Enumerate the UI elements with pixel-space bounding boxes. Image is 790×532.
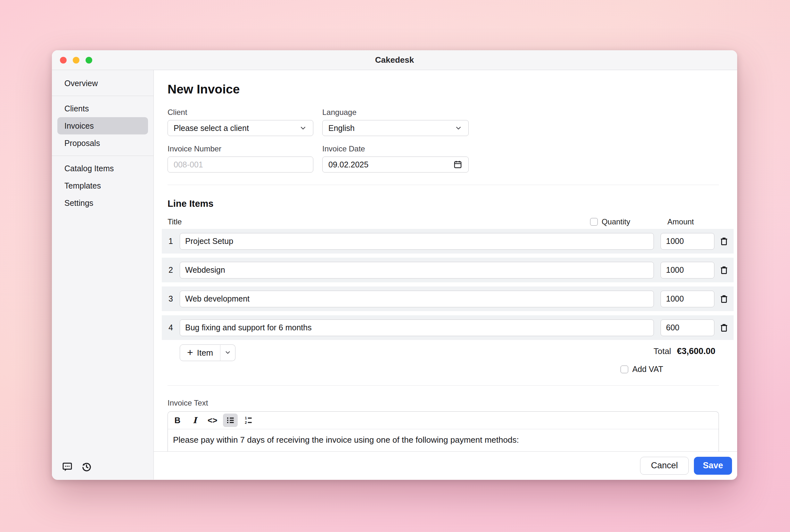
save-button[interactable]: Save bbox=[694, 457, 732, 475]
item-amount-input[interactable] bbox=[661, 291, 714, 307]
add-item-split-button: + Item bbox=[180, 344, 236, 361]
line-items-column-header: Title Quantity Amount bbox=[168, 217, 719, 226]
add-item-button[interactable]: + Item bbox=[180, 344, 220, 361]
client-select[interactable]: Please select a client bbox=[168, 120, 313, 136]
add-vat-label: Add VAT bbox=[632, 365, 663, 374]
sidebar-item-proposals[interactable]: Proposals bbox=[57, 134, 148, 152]
chevron-down-icon bbox=[224, 348, 232, 357]
invoice-number-label: Invoice Number bbox=[168, 144, 313, 153]
client-select-value: Please select a client bbox=[173, 124, 249, 133]
sidebar-item-label: Catalog Items bbox=[65, 164, 114, 173]
sidebar-item-label: Clients bbox=[65, 104, 89, 113]
sidebar-item-overview[interactable]: Overview bbox=[57, 75, 148, 92]
item-title-input[interactable] bbox=[180, 233, 654, 250]
code-button[interactable]: <> bbox=[205, 414, 220, 427]
zoom-window-button[interactable] bbox=[86, 57, 92, 63]
title-column-label: Title bbox=[168, 217, 182, 226]
item-amount-input[interactable] bbox=[661, 320, 714, 336]
line-items-list: 1 2 bbox=[162, 229, 734, 340]
sidebar-item-clients[interactable]: Clients bbox=[57, 100, 148, 117]
minimize-window-button[interactable] bbox=[73, 57, 79, 63]
bold-button[interactable]: B bbox=[170, 414, 185, 427]
sidebar-divider bbox=[52, 96, 153, 96]
invoice-date-value: 09.02.2025 bbox=[328, 160, 368, 169]
total-value: €3,600.00 bbox=[677, 346, 715, 356]
divider bbox=[168, 385, 719, 386]
italic-button[interactable]: I bbox=[188, 414, 202, 427]
add-item-label: Item bbox=[197, 348, 213, 358]
history-icon[interactable] bbox=[81, 461, 92, 473]
sidebar-item-templates[interactable]: Templates bbox=[57, 177, 148, 194]
line-item-row: 3 bbox=[162, 286, 734, 311]
trash-icon bbox=[719, 265, 729, 275]
feedback-chat-icon[interactable] bbox=[61, 461, 73, 473]
invoice-editor-panel: New Invoice Client Please select a clien… bbox=[154, 70, 737, 479]
sidebar-item-label: Settings bbox=[65, 198, 93, 208]
row-index: 2 bbox=[162, 265, 180, 274]
item-amount-input[interactable] bbox=[661, 233, 714, 250]
svg-text:1: 1 bbox=[245, 416, 247, 420]
row-index: 3 bbox=[162, 294, 180, 303]
trash-icon bbox=[719, 236, 729, 246]
amount-column-label: Amount bbox=[667, 217, 694, 226]
row-index: 4 bbox=[162, 323, 180, 332]
close-window-button[interactable] bbox=[60, 57, 67, 63]
line-items-heading: Line Items bbox=[168, 198, 719, 209]
divider bbox=[168, 185, 719, 185]
sidebar-item-catalog-items[interactable]: Catalog Items bbox=[57, 160, 148, 177]
item-amount-input[interactable] bbox=[661, 262, 714, 279]
traffic-lights bbox=[60, 57, 92, 63]
window-title: Cakedesk bbox=[375, 55, 414, 65]
plus-icon: + bbox=[187, 347, 193, 358]
chevron-down-icon bbox=[299, 124, 307, 132]
line-item-row: 1 bbox=[162, 229, 734, 253]
language-label: Language bbox=[322, 108, 469, 117]
item-title-input[interactable] bbox=[180, 320, 654, 336]
quantity-column-label: Quantity bbox=[602, 217, 630, 226]
sidebar: Overview Clients Invoices Proposals Cata… bbox=[52, 70, 154, 479]
language-select-value: English bbox=[328, 124, 355, 133]
sidebar-item-label: Overview bbox=[65, 79, 98, 88]
client-label: Client bbox=[168, 108, 313, 117]
sidebar-footer bbox=[61, 461, 92, 473]
invoice-date-label: Invoice Date bbox=[322, 144, 469, 153]
delete-item-button[interactable] bbox=[714, 291, 734, 307]
sidebar-item-settings[interactable]: Settings bbox=[57, 194, 148, 212]
sidebar-item-label: Templates bbox=[65, 181, 101, 190]
trash-icon bbox=[719, 294, 729, 304]
app-window: Cakedesk Overview Clients Invoices Propo… bbox=[52, 50, 737, 480]
ordered-list-icon: 1 2 bbox=[243, 416, 253, 425]
sidebar-item-label: Invoices bbox=[65, 121, 94, 131]
row-index: 1 bbox=[162, 236, 180, 246]
editor-toolbar: B I <> bbox=[168, 412, 719, 429]
item-title-input[interactable] bbox=[180, 262, 654, 279]
item-title-input[interactable] bbox=[180, 291, 654, 307]
invoice-text-label: Invoice Text bbox=[168, 399, 719, 407]
line-item-row: 4 bbox=[162, 315, 734, 340]
page-title: New Invoice bbox=[168, 82, 719, 96]
bullet-list-button[interactable] bbox=[223, 414, 238, 427]
delete-item-button[interactable] bbox=[714, 320, 734, 336]
totals-block: Total €3,600.00 Add VAT bbox=[621, 344, 719, 374]
delete-item-button[interactable] bbox=[714, 233, 734, 250]
add-item-dropdown-button[interactable] bbox=[220, 344, 236, 361]
add-vat-checkbox[interactable] bbox=[621, 365, 628, 373]
delete-item-button[interactable] bbox=[714, 262, 734, 279]
action-footer: Cancel Save bbox=[154, 451, 737, 479]
sidebar-item-label: Proposals bbox=[65, 139, 100, 148]
chevron-down-icon bbox=[454, 124, 463, 132]
ordered-list-button[interactable]: 1 2 bbox=[241, 414, 256, 427]
bullet-list-icon bbox=[225, 416, 235, 425]
total-label: Total bbox=[654, 346, 671, 356]
svg-text:2: 2 bbox=[245, 421, 247, 424]
cancel-button[interactable]: Cancel bbox=[640, 457, 689, 475]
sidebar-item-invoices[interactable]: Invoices bbox=[57, 117, 148, 134]
invoice-number-input[interactable] bbox=[168, 156, 313, 173]
titlebar: Cakedesk bbox=[52, 50, 737, 70]
language-select[interactable]: English bbox=[322, 120, 469, 136]
quantity-checkbox[interactable] bbox=[590, 218, 598, 226]
calendar-icon[interactable] bbox=[453, 160, 463, 169]
invoice-date-input[interactable]: 09.02.2025 bbox=[322, 156, 469, 173]
trash-icon bbox=[719, 323, 729, 333]
line-item-row: 2 bbox=[162, 258, 734, 282]
